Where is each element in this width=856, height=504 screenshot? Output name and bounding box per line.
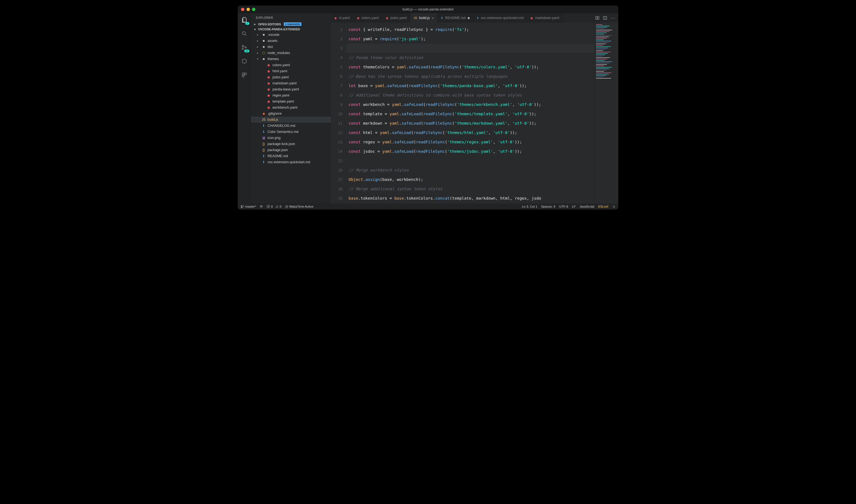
file-item[interactable]: ◉jsdoc.yaml xyxy=(251,74,331,80)
file-item[interactable]: {}package.json xyxy=(251,147,331,153)
md-file-icon: ⬇ xyxy=(262,124,266,128)
code-line[interactable]: const regex = yaml.safeLoad(readFileSync… xyxy=(346,137,594,147)
activity-search[interactable] xyxy=(240,29,249,38)
project-section[interactable]: ▾ VSCODE-PANDA-EXTENDED xyxy=(251,27,331,32)
code-line[interactable]: // Base has the syntax tokens applicable… xyxy=(346,72,594,81)
status-cursor[interactable]: Ln 3, Col 1 xyxy=(522,205,537,208)
code-line[interactable] xyxy=(346,156,594,165)
editor-tab[interactable]: ⬇README.md xyxy=(438,13,473,23)
code-line[interactable]: // Panda theme color definition xyxy=(346,53,594,62)
code-line[interactable]: base.tokenColors = base.tokenColors.conc… xyxy=(346,194,594,203)
minimap[interactable] xyxy=(594,23,618,203)
status-language[interactable]: JavaScript xyxy=(579,205,594,208)
window-controls xyxy=(238,8,255,11)
svg-point-11 xyxy=(241,205,242,206)
status-sync[interactable]: ⟳ xyxy=(260,204,263,209)
sidebar: EXPLORER ▸ OPEN EDITORS 1 UNSAVED ▾ VSCO… xyxy=(251,13,331,203)
json-file-icon: {} xyxy=(262,142,266,146)
unsaved-dot-icon xyxy=(468,17,470,19)
file-item[interactable]: ◆.gitignore xyxy=(251,111,331,116)
editor-tab[interactable]: JSbuild.js× xyxy=(410,13,438,23)
svg-point-1 xyxy=(242,45,244,47)
status-eslint[interactable]: ESLint! xyxy=(598,205,608,208)
code-line[interactable]: let base = yaml.safeLoad(readFileSync('t… xyxy=(346,81,594,90)
folder-item[interactable]: ▸■assets xyxy=(251,38,331,44)
editor-tab[interactable]: ◉nl.yaml xyxy=(331,13,354,23)
code-line[interactable]: const { writeFile, readFileSync } = requ… xyxy=(346,25,594,34)
open-editors-section[interactable]: ▸ OPEN EDITORS 1 UNSAVED xyxy=(251,21,331,27)
file-name: colors.yaml xyxy=(272,63,290,67)
extensions-icon xyxy=(242,72,247,78)
file-item[interactable]: ◉regex.yaml xyxy=(251,92,331,98)
svg-rect-8 xyxy=(596,17,597,20)
code-line[interactable]: const template = yaml.safeLoad(readFileS… xyxy=(346,109,594,119)
file-item[interactable]: ⬇Color Semantics.md xyxy=(251,129,331,135)
code-line[interactable]: const jsdoc = yaml.safeLoad(readFileSync… xyxy=(346,147,594,156)
code-line[interactable]: const markdown = yaml.safeLoad(readFileS… xyxy=(346,119,594,128)
close-tab-icon[interactable]: × xyxy=(432,16,434,20)
code-line[interactable]: const workbench = yaml.safeLoad(readFile… xyxy=(346,100,594,109)
code-line[interactable] xyxy=(346,43,594,53)
close-window-button[interactable] xyxy=(241,8,244,11)
folder-item[interactable]: ▸⬡node_modules xyxy=(251,50,331,56)
file-tree[interactable]: ▸■.vscode▸■assets▸■dist▸⬡node_modules▾■t… xyxy=(251,32,331,203)
y-file-icon: ◉ xyxy=(266,75,271,79)
y-file-icon: ◉ xyxy=(334,16,337,20)
svg-rect-7 xyxy=(243,75,244,77)
maximize-window-button[interactable] xyxy=(252,8,255,11)
folder-item[interactable]: ▾■themes xyxy=(251,56,331,62)
status-problems[interactable]: ⓧ0 ⚠0 xyxy=(267,204,282,209)
editor-tab[interactable]: ◉jsdoc.yaml xyxy=(382,13,410,23)
code-line[interactable]: const html = yaml.safeLoad(readFileSync(… xyxy=(346,128,594,137)
code-line[interactable]: // Additional theme definitions to combi… xyxy=(346,90,594,100)
minimize-window-button[interactable] xyxy=(247,8,250,11)
folder-item[interactable]: ▸■.vscode xyxy=(251,32,331,38)
branch-icon xyxy=(240,205,244,209)
file-item[interactable]: ⬇CHANGELOG.md xyxy=(251,123,331,129)
file-name: .gitignore xyxy=(268,112,282,115)
code-line[interactable]: // Merge additional syntax token styles xyxy=(346,184,594,194)
main-body: 1 10 EXPLORER ▸ OPEN EDITORS 1 UNSAVED xyxy=(238,13,618,203)
status-eol[interactable]: LF xyxy=(572,205,575,208)
activity-scm[interactable]: 10 xyxy=(240,43,249,52)
editor-tab[interactable]: ◉markdown.yaml xyxy=(527,13,563,23)
code-line[interactable]: const yaml = require('js-yaml'); xyxy=(346,34,594,43)
more-actions-icon[interactable]: ⋯ xyxy=(610,15,615,21)
file-item[interactable]: ⬇vsc-extension-quickstart.md xyxy=(251,159,331,165)
activity-explorer[interactable]: 1 xyxy=(240,15,249,24)
code-line[interactable]: const themeColors = yaml.safeLoad(readFi… xyxy=(346,62,594,72)
file-item[interactable]: ⬇README.md xyxy=(251,153,331,159)
file-item[interactable]: {}package-lock.json xyxy=(251,141,331,147)
file-item[interactable]: ◉html.yaml xyxy=(251,68,331,74)
activity-extensions[interactable] xyxy=(240,71,249,79)
split-editor-icon[interactable] xyxy=(603,16,607,20)
chevron-right-icon: ▸ xyxy=(254,23,257,25)
file-item[interactable]: ◉markdown.yaml xyxy=(251,80,331,86)
status-feedback[interactable]: ☺ xyxy=(612,205,616,208)
line-gutter: 12345678910111213141516171819 xyxy=(331,23,346,203)
editor-tab[interactable]: ⬇vsc-extension-quickstart.md xyxy=(473,13,527,23)
file-item[interactable]: ▦icon.png xyxy=(251,135,331,141)
file-name: html.yaml xyxy=(272,69,287,73)
status-spaces[interactable]: Spaces: 4 xyxy=(541,205,555,208)
code-line[interactable]: // Merge workbench styles xyxy=(346,165,594,175)
svg-rect-5 xyxy=(243,73,244,75)
status-branch[interactable]: master* xyxy=(240,205,256,209)
svg-point-12 xyxy=(241,207,242,208)
file-item[interactable]: ◉workbench.yaml xyxy=(251,105,331,111)
error-icon: ⓧ xyxy=(267,204,270,209)
minimap-lines xyxy=(596,24,617,79)
code-line[interactable]: Object.assign(base, workbench); xyxy=(346,175,594,184)
status-encoding[interactable]: UTF-8 xyxy=(559,205,568,208)
file-item[interactable]: ◉colors.yaml xyxy=(251,62,331,68)
status-wakatime[interactable]: ◷ WakaTime Active xyxy=(285,204,313,209)
editor-body[interactable]: 12345678910111213141516171819 const { wr… xyxy=(331,23,618,203)
code-content[interactable]: const { writeFile, readFileSync } = requ… xyxy=(346,23,594,203)
compare-changes-icon[interactable] xyxy=(595,16,600,20)
file-item[interactable]: ◉template.yaml xyxy=(251,98,331,105)
file-item[interactable]: ◉panda-base.yaml xyxy=(251,86,331,92)
editor-tab[interactable]: ◉colors.yaml xyxy=(354,13,382,23)
activity-debug[interactable] xyxy=(240,57,249,66)
folder-item[interactable]: ▸■dist xyxy=(251,44,331,50)
file-item[interactable]: JSbuild.js xyxy=(251,116,331,123)
